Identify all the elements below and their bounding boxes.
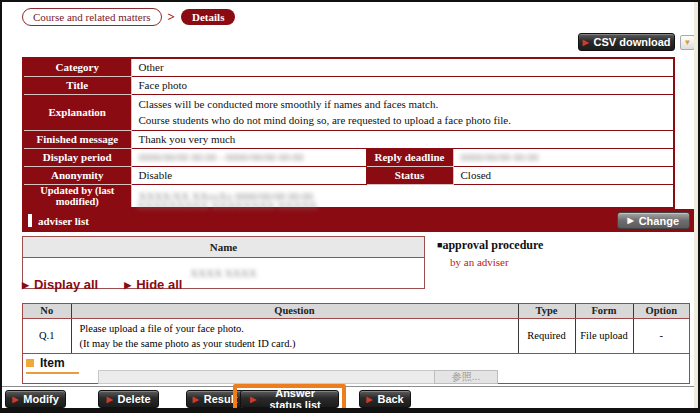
display-all-link[interactable]: ▶ Display all xyxy=(22,277,98,292)
csv-options-button[interactable]: ▼ xyxy=(680,35,695,50)
table-row: Q.1 Please upload a file of your face ph… xyxy=(23,318,689,353)
change-button-label: Change xyxy=(639,215,679,227)
frame-border xyxy=(0,408,700,413)
csv-download-label: CSV download xyxy=(594,36,671,48)
table-row: Display period 0000/00/00 00:00 - 0000/0… xyxy=(23,148,674,166)
col-header-no: No xyxy=(23,304,71,318)
chevron-down-icon: ▼ xyxy=(684,38,692,47)
breadcrumb-parent-link[interactable]: Course and related matters xyxy=(22,8,162,26)
anonymity-value: Disable xyxy=(131,166,366,184)
play-arrow-icon: ▶ xyxy=(582,38,588,47)
breadcrumb-current: Details xyxy=(181,9,235,25)
display-period-value-redacted: 0000/00/00 00:00 - 0000/00/00 00:00 xyxy=(139,151,304,163)
category-label: Category xyxy=(23,58,131,76)
status-label: Status xyxy=(366,166,453,184)
details-table: Category Other Title Face photo Explanat… xyxy=(22,57,675,209)
table-row: Explanation Classes will be conducted mo… xyxy=(23,94,674,130)
name-column-header: Name xyxy=(23,237,425,258)
footer-divider xyxy=(0,386,700,387)
question-block: No Question Type Form Option Q.1 Please … xyxy=(22,303,690,384)
table-row: Title Face photo xyxy=(23,76,674,94)
table-row: Finished message Thank you very much xyxy=(23,130,674,148)
play-arrow-icon: ▶ xyxy=(22,280,29,290)
play-arrow-icon: ▶ xyxy=(124,280,131,290)
category-value: Other xyxy=(131,58,674,76)
result-button[interactable]: ▶ Result xyxy=(186,390,244,408)
back-button[interactable]: ▶ Back xyxy=(359,390,411,408)
modify-button[interactable]: ▶ Modify xyxy=(5,390,66,408)
delete-label: Delete xyxy=(118,393,151,405)
explanation-value: Classes will be conducted more smoothly … xyxy=(131,94,674,130)
explanation-label: Explanation xyxy=(23,94,131,130)
delete-button[interactable]: ▶ Delete xyxy=(98,390,159,408)
frame-border xyxy=(0,0,2,413)
answer-status-list-button[interactable]: ▶ Answer status list xyxy=(240,390,339,408)
col-header-form: Form xyxy=(575,304,633,318)
section-tick-icon xyxy=(28,214,32,227)
col-header-option: Option xyxy=(633,304,689,318)
col-header-question: Question xyxy=(71,304,518,318)
question-text-line1: Please upload a file of your face photo. xyxy=(80,321,510,336)
play-arrow-icon: ▶ xyxy=(366,395,372,404)
item-label-text: Item xyxy=(40,356,65,370)
browse-button[interactable]: 参照... xyxy=(434,370,498,384)
item-label: Item xyxy=(26,356,79,374)
status-value: Closed xyxy=(453,166,674,184)
table-header-row: Name xyxy=(23,237,425,258)
modify-label: Modify xyxy=(23,393,58,405)
finished-message-value: Thank you very much xyxy=(131,130,674,148)
breadcrumb-separator-icon: > xyxy=(168,9,175,25)
back-label: Back xyxy=(377,393,403,405)
play-arrow-icon: ▶ xyxy=(193,395,199,404)
reply-deadline-value-redacted: 0000/00/00 00:00 xyxy=(461,151,539,163)
question-table: No Question Type Form Option Q.1 Please … xyxy=(23,304,689,354)
anonymity-label: Anonymity xyxy=(23,166,131,184)
change-button[interactable]: ▶ Change xyxy=(617,212,691,229)
display-all-label: Display all xyxy=(34,277,98,292)
play-arrow-icon: ▶ xyxy=(250,395,256,404)
csv-download-button[interactable]: ▶ CSV download xyxy=(578,33,675,51)
item-area: Item 参照... xyxy=(23,354,689,386)
file-upload-field[interactable] xyxy=(98,370,434,384)
hide-all-link[interactable]: ▶ Hide all xyxy=(124,277,182,292)
orange-square-icon xyxy=(26,359,34,367)
play-arrow-icon: ▶ xyxy=(628,216,634,225)
table-row: Anonymity Disable Status Closed xyxy=(23,166,674,184)
question-text-line2: (It may be the same photo as your studen… xyxy=(80,336,510,351)
question-form: File upload xyxy=(575,318,633,353)
updated-by-label: Updated by (last modified) xyxy=(23,184,131,208)
table-row: Category Other xyxy=(23,58,674,76)
play-arrow-icon: ▶ xyxy=(12,395,18,404)
finished-message-label: Finished message xyxy=(23,130,131,148)
approval-procedure: ■approval procedure by an adviser xyxy=(437,238,543,268)
toggle-links: ▶ Display all ▶ Hide all xyxy=(22,277,182,292)
reply-deadline-label: Reply deadline xyxy=(366,148,453,166)
display-period-label: Display period xyxy=(23,148,131,166)
adviser-list-title: adviser list xyxy=(38,215,617,227)
table-header-row: No Question Type Form Option xyxy=(23,304,689,318)
approval-procedure-value: by an adviser xyxy=(450,256,543,268)
hide-all-label: Hide all xyxy=(136,277,182,292)
updated-by-value-redacted-line2: XXXXXXXXX XXXXXXXX XXXXX xyxy=(137,199,317,211)
title-value: Face photo xyxy=(131,76,674,94)
adviser-list-bar: adviser list ▶ Change xyxy=(22,209,694,232)
col-header-type: Type xyxy=(518,304,575,318)
frame-border xyxy=(0,0,700,2)
breadcrumb: Course and related matters > Details xyxy=(22,8,235,26)
table-row: Updated by (last modified) XXXX/XX XXxxX… xyxy=(23,184,674,208)
explanation-line2: Course students who do not mind doing so… xyxy=(139,112,667,129)
question-option: - xyxy=(633,318,689,353)
question-type: Required xyxy=(518,318,575,353)
page-root: Course and related matters > Details ▶ C… xyxy=(0,0,700,413)
play-arrow-icon: ▶ xyxy=(106,395,112,404)
explanation-line1: Classes will be conducted more smoothly … xyxy=(139,96,667,113)
adviser-name-redacted: XXXX XXXX xyxy=(190,267,256,279)
question-no: Q.1 xyxy=(23,318,71,353)
title-label: Title xyxy=(23,76,131,94)
result-label: Result xyxy=(204,393,238,405)
approval-procedure-title: approval procedure xyxy=(442,238,543,252)
